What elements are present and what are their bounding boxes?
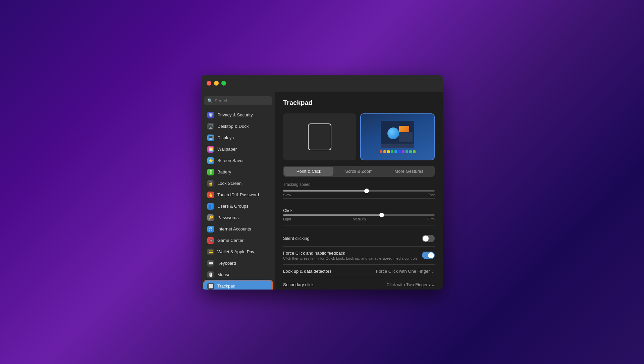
sidebar-item-label-trackpad: Trackpad — [217, 283, 235, 289]
toggle-force-click[interactable] — [422, 252, 435, 259]
sidebar-item-trackpad[interactable]: ⬜Trackpad — [204, 280, 272, 290]
tracking-speed-labels: Slow Fast — [283, 193, 435, 197]
setting-label-force-click: Force Click and haptic feedback — [283, 251, 419, 256]
tracking-speed-min: Slow — [283, 193, 291, 197]
setting-row-force-click: Force Click and haptic feedbackClick the… — [283, 247, 435, 265]
preview-dot-4 — [394, 150, 397, 153]
click-label: Click — [283, 208, 435, 213]
tracking-speed-slider[interactable]: Slow Fast — [283, 190, 435, 197]
toggle-knob-force-click — [428, 252, 434, 258]
passwords-icon: 🔑 — [207, 214, 214, 221]
search-box[interactable]: 🔍 — [204, 96, 272, 105]
selector-secondary-click[interactable]: Click with Two Fingers ⌄ — [386, 282, 435, 287]
sidebar-item-label-users: Users & Groups — [217, 204, 248, 209]
screensaver-icon: ⭐ — [207, 157, 214, 164]
click-pressure-row: Click Light Medium Firm — [283, 204, 435, 225]
trackpad-plain-preview[interactable] — [283, 113, 356, 160]
sidebar-item-screensaver[interactable]: ⭐Screen Saver — [204, 155, 272, 166]
tracking-speed-label: Tracking speed — [283, 182, 435, 187]
wallpaper-icon: 🌅 — [207, 146, 214, 153]
preview-dot-6 — [402, 150, 405, 153]
click-mid: Medium — [353, 217, 366, 221]
setting-label-secondary-click: Secondary click — [283, 282, 314, 287]
sidebar-item-label-lockscreen: Lock Screen — [217, 181, 241, 186]
window-body: 🔍 🛡️Privacy & Security🖥️Desktop & Dock🖥️… — [201, 92, 443, 290]
sidebar: 🔍 🛡️Privacy & Security🖥️Desktop & Dock🖥️… — [201, 92, 275, 290]
tracking-speed-fill — [283, 190, 367, 192]
maximize-button[interactable] — [221, 81, 226, 86]
search-input[interactable] — [215, 98, 269, 103]
touchid-icon: 👆 — [207, 192, 214, 198]
trackpad-outline — [308, 123, 331, 150]
setting-row-lookup: Look up & data detectorsForce Click with… — [283, 265, 435, 278]
users-icon: 👥 — [207, 203, 214, 210]
privacy-icon: 🛡️ — [207, 112, 214, 118]
sidebar-item-wallet[interactable]: 💳Wallet & Apple Pay — [204, 246, 272, 258]
tracking-speed-thumb — [364, 189, 369, 193]
sidebar-item-label-passwords: Passwords — [217, 215, 239, 220]
setting-label-lookup: Look up & data detectors — [283, 269, 332, 274]
sidebar-item-gamecenter[interactable]: 🎮Game Center — [204, 235, 272, 246]
preview-content — [377, 118, 418, 156]
click-fill — [283, 214, 382, 216]
setting-inline-secondary-click: Secondary clickClick with Two Fingers ⌄ — [283, 282, 435, 287]
setting-label-wrap-force-click: Force Click and haptic feedbackClick the… — [283, 251, 419, 260]
sidebar-item-mouse[interactable]: 🖱️Mouse — [204, 269, 272, 280]
lockscreen-icon: 🔒 — [207, 180, 214, 187]
system-preferences-window: 🔍 🛡️Privacy & Security🖥️Desktop & Dock🖥️… — [201, 75, 443, 290]
toggle-knob-silent-clicking — [423, 236, 429, 242]
sidebar-item-label-mouse: Mouse — [217, 272, 230, 277]
mouse-icon: 🖱️ — [207, 271, 214, 278]
sidebar-item-users[interactable]: 👥Users & Groups — [204, 201, 272, 212]
setting-inline-force-click: Force Click and haptic feedbackClick the… — [283, 251, 435, 260]
setting-label-silent-clicking: Silent clicking — [283, 236, 310, 241]
sidebar-item-label-touchid: Touch ID & Password — [217, 192, 259, 197]
sidebar-item-internet[interactable]: @Internet Accounts — [204, 223, 272, 235]
preview-dot-0 — [380, 150, 382, 153]
setting-sublabel-force-click: Click then press firmly for Quick Look, … — [283, 256, 419, 260]
selector-lookup[interactable]: Force Click with One Finger ⌄ — [376, 269, 435, 274]
sidebar-item-wallpaper[interactable]: 🌅Wallpaper — [204, 144, 272, 155]
tracking-speed-row: Tracking speed Slow Fast — [283, 182, 435, 199]
sidebar-item-label-battery: Battery — [217, 169, 231, 174]
settings-section: Silent clickingForce Click and haptic fe… — [283, 231, 435, 290]
preview-dot-7 — [406, 150, 408, 153]
trackpad-desktop-preview[interactable] — [360, 113, 435, 160]
toggle-silent-clicking[interactable] — [422, 235, 435, 242]
setting-label-wrap-silent-clicking: Silent clicking — [283, 236, 310, 241]
taskbar — [381, 144, 414, 148]
tab-more-gestures[interactable]: More Gestures — [384, 167, 434, 176]
sidebar-item-label-wallpaper: Wallpaper — [217, 147, 237, 152]
preview-dots — [380, 150, 416, 153]
tab-point-click[interactable]: Point & Click — [284, 167, 333, 176]
minimize-button[interactable] — [214, 81, 219, 86]
click-max: Firm — [427, 217, 435, 221]
tabs-container: Point & ClickScroll & ZoomMore Gestures — [283, 166, 435, 177]
sidebar-item-label-keyboard: Keyboard — [217, 261, 236, 266]
click-thumb — [379, 213, 384, 217]
sidebar-item-keyboard[interactable]: ⌨️Keyboard — [204, 258, 272, 269]
setting-row-silent-clicking: Silent clicking — [283, 231, 435, 247]
sidebar-item-privacy[interactable]: 🛡️Privacy & Security — [204, 109, 272, 121]
sphere-icon — [387, 127, 399, 139]
click-slider[interactable]: Light Medium Firm — [283, 214, 435, 221]
setting-row-secondary-click: Secondary clickClick with Two Fingers ⌄ — [283, 278, 435, 290]
tracking-speed-max: Fast — [428, 193, 435, 197]
sidebar-item-desktop[interactable]: 🖥️Desktop & Dock — [204, 121, 272, 132]
sidebar-item-passwords[interactable]: 🔑Passwords — [204, 212, 272, 223]
sidebar-item-battery[interactable]: 🔋Battery — [204, 166, 272, 178]
close-button[interactable] — [207, 81, 211, 86]
gamecenter-icon: 🎮 — [207, 237, 214, 244]
titlebar — [201, 75, 443, 92]
preview-dot-1 — [383, 150, 386, 153]
sidebar-item-lockscreen[interactable]: 🔒Lock Screen — [204, 178, 272, 189]
sidebar-item-touchid[interactable]: 👆Touch ID & Password — [204, 189, 272, 201]
battery-icon: 🔋 — [207, 169, 214, 175]
sidebar-items-container: 🛡️Privacy & Security🖥️Desktop & Dock🖥️Di… — [204, 109, 272, 290]
preview-dot-9 — [413, 150, 416, 153]
sidebar-item-displays[interactable]: 🖥️Displays — [204, 132, 272, 144]
tab-scroll-zoom[interactable]: Scroll & Zoom — [334, 167, 383, 176]
sidebar-item-label-screensaver: Screen Saver — [217, 158, 244, 163]
preview-dot-3 — [391, 150, 393, 153]
click-track — [283, 214, 435, 216]
